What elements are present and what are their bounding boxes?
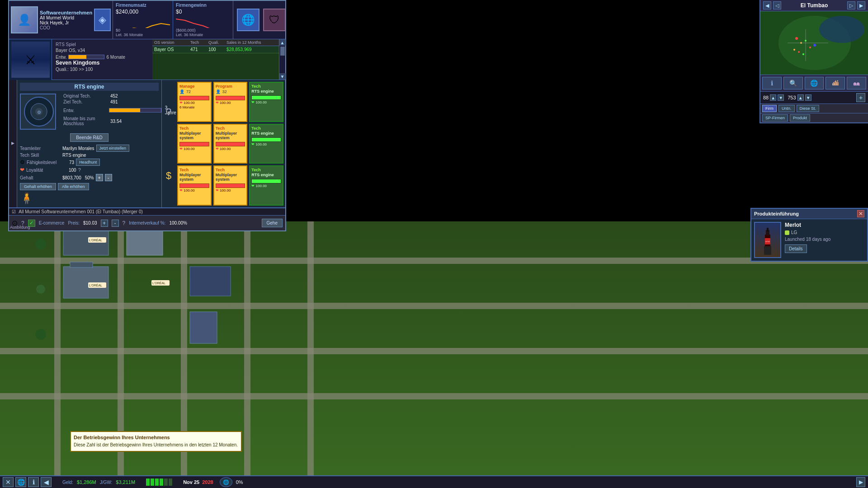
- bb-nav-left-btn[interactable]: ◀: [41, 477, 52, 487]
- map-tab-sp-firmen[interactable]: SP-Firmen: [762, 114, 788, 122]
- notification-close-btn[interactable]: ✕: [857, 210, 864, 217]
- header-icons: 🌐 🛡: [233, 1, 289, 39]
- go-button[interactable]: Gehe: [262, 219, 283, 227]
- map-ctrl-zoom2[interactable]: 🌐: [805, 77, 824, 89]
- map-stat-1-down[interactable]: ▼: [778, 94, 784, 101]
- map-tab-diese-st[interactable]: Diese St.: [797, 105, 820, 112]
- tech-card-3[interactable]: Tech Multiplayer system ❤ 100.00: [177, 124, 212, 164]
- card-0-val2: ❤ 100.00: [179, 101, 209, 105]
- alle-erhohen-button[interactable]: Alle erhöhen: [58, 183, 89, 190]
- jetzt-einstellen-button[interactable]: Jetzt einstellen: [96, 145, 130, 152]
- card-7-name: Multiplayer system: [216, 173, 245, 182]
- preis-decrease-btn[interactable]: -: [112, 220, 119, 227]
- map-tab-untn[interactable]: Untn.: [778, 105, 795, 112]
- main-window: 👤 Softwareunternehmen All Murmel World N…: [8, 0, 286, 231]
- map-tab-produkt[interactable]: Produkt: [790, 114, 810, 122]
- bb-world-btn[interactable]: 🌐: [15, 477, 26, 487]
- company-logo[interactable]: ◈: [94, 9, 111, 31]
- col-os: OS version: [154, 40, 190, 45]
- map-stat-2-up[interactable]: ▲: [797, 94, 804, 101]
- scroll-down-btn[interactable]: ▼: [279, 73, 286, 80]
- card-6-val2: ❤ 100.00: [179, 188, 209, 192]
- map-ctrl-zoom1[interactable]: 🔍: [783, 77, 803, 89]
- svg-rect-0: [0, 258, 868, 264]
- map-stat-2-value: 753: [788, 95, 796, 100]
- heart-8: ❤: [251, 184, 255, 188]
- tech-card-0[interactable]: Manage 👤 72 ❤ 100.00 6 Monate: [177, 82, 212, 122]
- tech-card-7[interactable]: Tech Multiplayer system ❤ 100.00: [213, 165, 248, 206]
- firmen-umsatz-label: Firmenumsatz: [116, 3, 170, 8]
- card-0-label: Manage: [179, 84, 209, 89]
- notification-details-btn[interactable]: Details: [785, 244, 807, 253]
- svg-point-14: [35, 239, 46, 249]
- map-tab-firm[interactable]: Firm: [762, 105, 777, 112]
- avatar-section: 👤 Softwareunternehmen All Murmel World N…: [9, 1, 113, 39]
- shield-icon[interactable]: 🛡: [263, 9, 286, 31]
- health-bar: [146, 479, 172, 486]
- rd-ziel-tech-label: Ziel Tech.: [63, 99, 108, 104]
- salary-decrease-btn[interactable]: -: [105, 174, 112, 181]
- map-nav-right-btn[interactable]: ▷: [847, 1, 855, 9]
- company-dot: [785, 230, 789, 235]
- tech-card-8[interactable]: Tech RTS engine ❤ 100.00: [249, 165, 283, 206]
- map-stat-2-down[interactable]: ▼: [805, 94, 811, 101]
- salary-increase-btn[interactable]: +: [96, 174, 103, 181]
- card-6-bar: [179, 183, 209, 188]
- tech-card-5[interactable]: Tech RTS engine ❤ 100.00: [249, 124, 283, 164]
- product-table-scroll[interactable]: ▲ ▼: [279, 39, 285, 80]
- svg-point-15: [36, 285, 45, 294]
- col-sales: Sales in 12 Months: [226, 40, 277, 45]
- tech-card-4[interactable]: Tech Multiplayer system ❤ 100.00: [213, 124, 248, 164]
- tech-card-2[interactable]: Tech RTS engine ❤ 100.00: [249, 82, 283, 122]
- globe-icon[interactable]: 🌐: [237, 9, 259, 31]
- card-2-fill: [252, 96, 281, 99]
- health-seg-3: [155, 479, 159, 486]
- map-ctrl-zoom3[interactable]: 🏙: [826, 77, 845, 89]
- map-view[interactable]: [760, 11, 868, 75]
- svg-text:⚙: ⚙: [37, 110, 41, 115]
- tech-card-6[interactable]: Tech Multiplayer system ❤ 100.00: [177, 165, 212, 206]
- beende-rd-button[interactable]: Beende R&D: [70, 133, 108, 142]
- map-nav-right2-btn[interactable]: ▶: [857, 1, 865, 9]
- person-icon-0: 👤: [179, 89, 184, 94]
- scroll-up-btn[interactable]: ▲: [279, 39, 286, 46]
- svg-point-36: [813, 44, 816, 47]
- firmen-umsatz-value: $240,000: [116, 9, 170, 15]
- scroll-thumb[interactable]: [280, 47, 285, 56]
- bb-nav-right-btn[interactable]: ▶: [856, 477, 865, 487]
- bb-close-btn[interactable]: ✕: [3, 477, 14, 487]
- map-nav-left2-btn[interactable]: ◁: [773, 1, 781, 9]
- svg-rect-7: [244, 221, 250, 488]
- team-leader-label: Teamleiter: [20, 146, 61, 151]
- map-ctrl-zoom4[interactable]: 🏘: [847, 77, 866, 89]
- product-info: RTS Spiel Bayer OS, v34 Entw. 6 Monate S…: [52, 39, 152, 80]
- dollar-icon[interactable]: $: [166, 170, 171, 182]
- world-globe-btn[interactable]: 🌐: [220, 477, 232, 487]
- map-stat-1-up[interactable]: ▲: [770, 94, 776, 101]
- product-table-row-0[interactable]: Bayer OS 471 100 $28,853,969: [152, 46, 279, 53]
- team-section: Teamleiter Marilyn Morales Jetzt einstel…: [20, 145, 159, 205]
- map-city-name: El Tumbao: [783, 2, 845, 9]
- headhunt-button[interactable]: Headhunt: [76, 159, 100, 166]
- product-os: Bayer OS, v34: [56, 48, 149, 53]
- question-icon[interactable]: ?: [166, 106, 171, 118]
- preis-increase-btn[interactable]: +: [101, 220, 108, 227]
- team-leader-row: Teamleiter Marilyn Morales Jetzt einstel…: [20, 145, 159, 152]
- umsatz-chart: [116, 17, 170, 28]
- bb-info-btn[interactable]: ℹ: [28, 477, 39, 487]
- card-2-name: RTS engine: [251, 89, 281, 94]
- map-add-btn[interactable]: +: [856, 93, 865, 102]
- side-icons: ? $: [162, 80, 175, 207]
- rd-product-svg: ⚙: [21, 94, 55, 130]
- map-ctrl-info[interactable]: ℹ: [762, 77, 782, 89]
- internet-label: Internetverkauf %:: [129, 221, 165, 225]
- tech-card-1[interactable]: Program 👤 32 ❤ 100.00: [213, 82, 248, 122]
- internet-help-icon[interactable]: ?: [123, 220, 126, 226]
- loyalitat-help-icon[interactable]: ?: [78, 167, 81, 173]
- gehalt-erhohen-button[interactable]: Gehalt erhöhen: [20, 183, 56, 190]
- dev-progress-fill: [69, 55, 86, 59]
- gewinn-chart: [176, 17, 230, 28]
- card-2-bar: [251, 95, 281, 100]
- col-tech: Tech: [190, 40, 208, 45]
- map-nav-left-btn[interactable]: ◀: [763, 1, 771, 9]
